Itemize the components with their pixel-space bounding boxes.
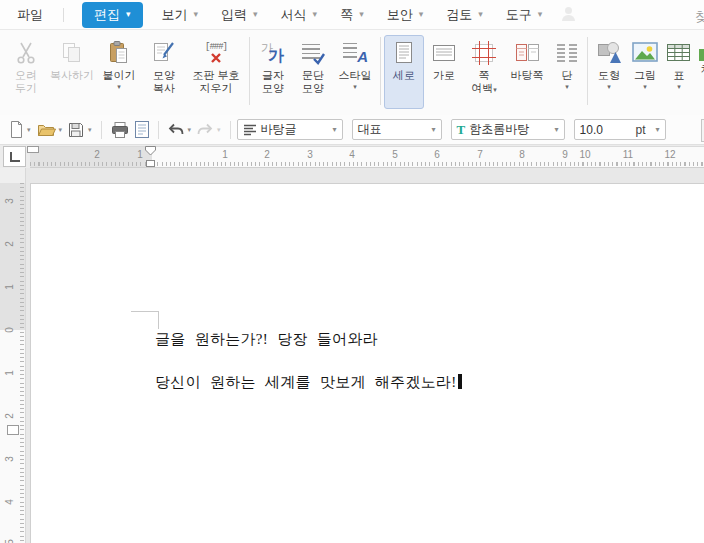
menu-format[interactable]: 서식 ▾ <box>274 2 325 28</box>
landscape-button[interactable]: 가로 <box>424 35 464 109</box>
chevron-down-icon: ▾ <box>194 10 199 19</box>
format-copy-label-1: 모양 <box>153 69 175 82</box>
new-document-button[interactable] <box>6 118 26 142</box>
master-page-icon <box>514 37 540 69</box>
copy-button[interactable]: 복사하기 <box>48 35 96 109</box>
menu-insert[interactable]: 입력 ▾ <box>214 2 265 28</box>
chart-label: 차 <box>701 63 704 76</box>
menu-review-label: 검토 <box>446 6 472 24</box>
chevron-down-icon[interactable]: ▾ <box>59 126 63 134</box>
menu-bar: 파일 편집 ▾ 보기 ▾ 입력 ▾ 서식 ▾ 쪽 ▾ 보안 ▾ 검토 ▾ <box>0 0 704 30</box>
portrait-page-icon <box>391 37 417 69</box>
chevron-down-icon[interactable]: ▾ <box>217 126 221 134</box>
char-shape-button[interactable]: 가 가 글자 모양 <box>253 35 293 109</box>
portrait-button[interactable]: 세로 <box>384 35 424 109</box>
ruler-number: 2 <box>87 149 107 160</box>
tab-icon <box>10 152 20 162</box>
chevron-down-icon: ▾ <box>650 125 660 134</box>
chevron-down-icon[interactable]: ▾ <box>88 126 92 134</box>
chevron-down-icon: ▾ <box>538 10 543 19</box>
ruler-number: 1 <box>4 367 16 379</box>
menu-file[interactable]: 파일 <box>10 2 50 28</box>
page-margin-button[interactable]: 쪽 여백▾ <box>464 35 504 109</box>
paragraph-style-select[interactable]: 바탕글 ▾ <box>237 119 343 140</box>
font-type-icon: T <box>457 122 466 138</box>
menu-file-label: 파일 <box>17 6 43 24</box>
ruler-number: 4 <box>342 149 362 160</box>
menu-review[interactable]: 검토 ▾ <box>439 2 490 28</box>
columns-icon <box>554 37 580 69</box>
chevron-down-icon[interactable]: ▾ <box>188 126 192 134</box>
format-copy-button[interactable]: 모양 복사 <box>142 35 186 109</box>
para-shape-label-2: 모양 <box>302 82 324 95</box>
indent-marker[interactable] <box>144 145 157 168</box>
table-label: 표 <box>674 69 685 82</box>
chevron-down-icon: ▾ <box>549 125 559 134</box>
preview-page-icon <box>134 120 150 139</box>
style-button[interactable]: A 스타일 ▾ <box>333 35 377 109</box>
ruler-row: 2 1 1 2 3 4 5 6 7 8 9 10 11 12 13 <box>0 145 704 168</box>
font-size-select[interactable]: 10.0 pt ▾ <box>574 119 666 140</box>
ruler-number: 1 <box>215 149 235 160</box>
text-cursor <box>458 374 462 389</box>
tab-stop-selector[interactable] <box>3 146 26 167</box>
standard-toolbar: ▾ ▾ ▾ ▾ ▾ 바탕글 ▾ <box>0 115 704 145</box>
menu-edit[interactable]: 편집 ▾ <box>82 2 143 28</box>
table-button[interactable]: 표 ▾ <box>663 35 695 109</box>
chart-button[interactable]: 차 <box>695 35 704 109</box>
chevron-down-icon: ▾ <box>126 10 131 19</box>
style-set-value: 대표 <box>358 121 382 138</box>
ruler-number: 2 <box>257 149 277 160</box>
menu-security-label: 보안 <box>387 6 413 24</box>
print-button[interactable] <box>108 118 132 142</box>
redo-button[interactable] <box>194 118 216 142</box>
page-margin-label-1: 쪽 <box>479 69 490 82</box>
picture-label: 그림 <box>634 69 656 82</box>
portrait-label: 세로 <box>393 69 415 82</box>
shapes-button[interactable]: 도형 ▾ <box>591 35 627 109</box>
style-set-select[interactable]: 대표 ▾ <box>352 119 442 140</box>
remove-control-codes-button[interactable]: [###] 조판 부호 지우기 <box>186 35 246 109</box>
menu-page[interactable]: 쪽 ▾ <box>333 2 371 28</box>
redo-icon <box>196 122 214 137</box>
vruler-marker[interactable] <box>7 425 19 435</box>
document-text-line[interactable]: 글을 원하는가?! 당장 들어와라 <box>155 330 378 349</box>
save-button[interactable] <box>65 118 87 142</box>
char-shape-icon: 가 가 <box>260 37 286 69</box>
paragraph-lines-icon <box>243 124 257 136</box>
open-button[interactable] <box>34 118 58 142</box>
menu-tools[interactable]: 도구 ▾ <box>499 2 550 28</box>
chevron-down-icon[interactable]: ▾ <box>27 126 31 134</box>
ruler-number: 3 <box>4 195 16 207</box>
menu-view[interactable]: 보기 ▾ <box>155 2 206 28</box>
para-shape-button[interactable]: 문단 모양 <box>293 35 333 109</box>
preview-button[interactable] <box>132 118 152 142</box>
menu-security[interactable]: 보안 ▾ <box>380 2 431 28</box>
chevron-down-icon: ▾ <box>607 82 611 91</box>
para-shape-icon <box>302 37 324 69</box>
print-icon <box>110 121 130 139</box>
undo-button[interactable] <box>165 118 187 142</box>
font-select[interactable]: T 함초롬바탕 ▾ <box>451 119 565 140</box>
document-page[interactable]: 글을 원하는가?! 당장 들어와라 당신이 원하는 세계를 맛보게 해주겠노라! <box>30 183 704 543</box>
style-label: 스타일 <box>339 69 372 82</box>
cut-button[interactable]: 오려 두기 <box>4 35 48 109</box>
page-margin-icon <box>471 37 497 69</box>
paste-button[interactable]: 붙이기 ▾ <box>96 35 142 109</box>
font-size-value: 10.0 <box>580 123 603 137</box>
copy-label: 복사하기 <box>50 69 94 82</box>
chevron-down-icon: ▾ <box>493 86 497 93</box>
chevron-down-icon: ▾ <box>359 10 364 19</box>
picture-button[interactable]: 그림 ▾ <box>627 35 663 109</box>
char-shape-label-1: 글자 <box>262 69 284 82</box>
hwp-window: 파일 편집 ▾ 보기 ▾ 입력 ▾ 서식 ▾ 쪽 ▾ 보안 ▾ 검토 ▾ <box>0 0 704 543</box>
chevron-down-icon: ▾ <box>677 82 681 91</box>
master-page-button[interactable]: 바탕쪽 <box>504 35 550 109</box>
picture-icon <box>632 37 658 69</box>
ribbon-separator <box>249 37 250 105</box>
document-text-line[interactable]: 당신이 원하는 세계를 맛보게 해주겠노라! <box>155 373 462 392</box>
scissors-icon <box>14 37 38 69</box>
menu-edit-label: 편집 <box>94 6 120 24</box>
page-edge-marker[interactable] <box>27 146 39 153</box>
columns-button[interactable]: 단 ▾ <box>550 35 584 109</box>
